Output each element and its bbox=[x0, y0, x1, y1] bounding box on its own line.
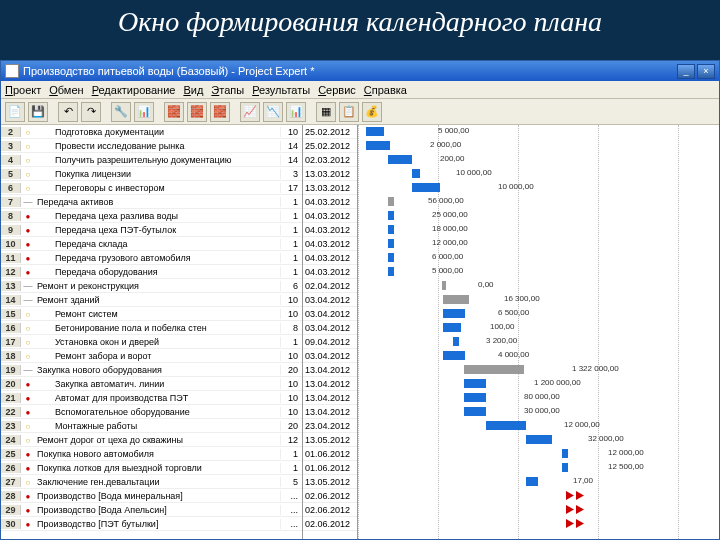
table-row[interactable]: 4○Получить разрешительную документацию14 bbox=[1, 153, 302, 167]
menu-item[interactable]: Редактирование bbox=[92, 84, 176, 96]
toolbar-button[interactable]: ↶ bbox=[58, 102, 78, 122]
task-date: 25.02.2012 bbox=[303, 141, 353, 151]
table-row[interactable]: 2○Подготовка документации10 bbox=[1, 125, 302, 139]
menu-item[interactable]: Проект bbox=[5, 84, 41, 96]
gantt-bar[interactable] bbox=[562, 463, 568, 472]
gantt-bar[interactable] bbox=[388, 197, 394, 206]
gantt-bar[interactable] bbox=[464, 407, 486, 416]
toolbar-button[interactable]: ▦ bbox=[316, 102, 336, 122]
gantt-row: 80 000,00 bbox=[358, 391, 719, 405]
task-duration: 1 bbox=[280, 253, 302, 263]
toolbar-button[interactable]: 📄 bbox=[5, 102, 25, 122]
table-row[interactable]: 7—Передача активов1 bbox=[1, 195, 302, 209]
gantt-bar[interactable] bbox=[526, 477, 538, 486]
table-row[interactable]: 5○Покупка лицензии3 bbox=[1, 167, 302, 181]
table-row[interactable]: 14—Ремонт зданий10 bbox=[1, 293, 302, 307]
task-name: Передача оборудования bbox=[35, 267, 280, 277]
toolbar-button[interactable]: 🔧 bbox=[111, 102, 131, 122]
table-row[interactable]: 10●Передача склада1 bbox=[1, 237, 302, 251]
close-button[interactable]: × bbox=[697, 64, 715, 79]
row-bullet-icon: ○ bbox=[21, 323, 35, 333]
gantt-value-label: 100,00 bbox=[490, 322, 514, 331]
row-bullet-icon: ● bbox=[21, 519, 35, 529]
task-date: 03.04.2012 bbox=[303, 295, 353, 305]
table-row[interactable]: 18○Ремонт забора и ворот10 bbox=[1, 349, 302, 363]
table-row[interactable]: 30●Производство [ПЭТ бутылки]... bbox=[1, 517, 302, 531]
table-row[interactable]: 28●Производство [Вода минеральная]... bbox=[1, 489, 302, 503]
table-row[interactable]: 6○Переговоры с инвестором17 bbox=[1, 181, 302, 195]
gantt-row: 32 000,00 bbox=[358, 433, 719, 447]
table-row[interactable]: 26●Покупка лотков для выездной торговли1 bbox=[1, 461, 302, 475]
table-row[interactable]: 16○Бетонирование пола и побелка стен8 bbox=[1, 321, 302, 335]
task-date: 09.04.2012 bbox=[303, 337, 353, 347]
table-row[interactable]: 13—Ремонт и реконструкция6 bbox=[1, 279, 302, 293]
toolbar-button[interactable]: 📊 bbox=[286, 102, 306, 122]
table-row[interactable]: 20●Закупка автоматич. линии10 bbox=[1, 377, 302, 391]
minimize-button[interactable]: _ bbox=[677, 64, 695, 79]
toolbar-button[interactable]: 📈 bbox=[240, 102, 260, 122]
menu-item[interactable]: Справка bbox=[364, 84, 407, 96]
gantt-row: 30 000,00 bbox=[358, 405, 719, 419]
table-row[interactable]: 17○Установка окон и дверей1 bbox=[1, 335, 302, 349]
table-row[interactable]: 24○Ремонт дорог от цеха до скважины12 bbox=[1, 433, 302, 447]
menu-item[interactable]: Результаты bbox=[252, 84, 310, 96]
gantt-bar[interactable] bbox=[388, 267, 394, 276]
gantt-bar[interactable] bbox=[486, 421, 526, 430]
gantt-bar[interactable] bbox=[443, 295, 469, 304]
table-row[interactable]: 25●Покупка нового автомобиля1 bbox=[1, 447, 302, 461]
table-row[interactable]: 3○Провести исследование рынка14 bbox=[1, 139, 302, 153]
gantt-bar[interactable] bbox=[412, 183, 440, 192]
table-row[interactable]: 19—Закупка нового оборудования20 bbox=[1, 363, 302, 377]
gantt-bar[interactable] bbox=[366, 141, 390, 150]
table-row[interactable]: 12●Передача оборудования1 bbox=[1, 265, 302, 279]
gantt-bar[interactable] bbox=[443, 309, 465, 318]
table-row[interactable]: 9●Передача цеха ПЭТ-бутылок1 bbox=[1, 223, 302, 237]
gantt-bar[interactable] bbox=[453, 337, 459, 346]
toolbar-button[interactable]: ↷ bbox=[81, 102, 101, 122]
gantt-bar[interactable] bbox=[388, 225, 394, 234]
table-row[interactable]: 21●Автомат для производства ПЭТ10 bbox=[1, 391, 302, 405]
task-date: 04.03.2012 bbox=[303, 197, 353, 207]
gantt-bar[interactable] bbox=[388, 211, 394, 220]
toolbar-button[interactable]: 📊 bbox=[134, 102, 154, 122]
table-row[interactable]: 22●Вспомогательное оборудование10 bbox=[1, 405, 302, 419]
menu-item[interactable]: Вид bbox=[183, 84, 203, 96]
table-row[interactable]: 8●Передача цеха разлива воды1 bbox=[1, 209, 302, 223]
gantt-bar[interactable] bbox=[562, 449, 568, 458]
row-number: 14 bbox=[1, 295, 21, 305]
menu-item[interactable]: Этапы bbox=[211, 84, 244, 96]
table-row[interactable]: 11●Передача грузового автомобиля1 bbox=[1, 251, 302, 265]
toolbar-button[interactable]: 💰 bbox=[362, 102, 382, 122]
gantt-bar[interactable] bbox=[366, 127, 384, 136]
table-row[interactable]: 15○Ремонт систем10 bbox=[1, 307, 302, 321]
table-row[interactable]: 29●Производство [Вода Апельсин]... bbox=[1, 503, 302, 517]
toolbar-button[interactable]: 🧱 bbox=[210, 102, 230, 122]
toolbar-button[interactable]: 📉 bbox=[263, 102, 283, 122]
gantt-bar[interactable] bbox=[412, 169, 420, 178]
menu-item[interactable]: Обмен bbox=[49, 84, 83, 96]
task-duration: 8 bbox=[280, 323, 302, 333]
toolbar-button[interactable]: 🧱 bbox=[187, 102, 207, 122]
row-number: 22 bbox=[1, 407, 21, 417]
table-row[interactable]: 27○Заключение ген.девальтации5 bbox=[1, 475, 302, 489]
app-window: Производство питьевой воды (Базовый) - P… bbox=[0, 60, 720, 540]
table-row[interactable]: 23○Монтажные работы20 bbox=[1, 419, 302, 433]
gantt-bar[interactable] bbox=[464, 393, 486, 402]
toolbar-button[interactable]: 💾 bbox=[28, 102, 48, 122]
row-bullet-icon: — bbox=[21, 281, 35, 291]
gantt-chart[interactable]: 5 000,002 000,00200,0010 000,0010 000,00… bbox=[358, 125, 719, 539]
gantt-bar[interactable] bbox=[464, 379, 486, 388]
row-bullet-icon: — bbox=[21, 295, 35, 305]
gantt-bar[interactable] bbox=[443, 323, 461, 332]
row-bullet-icon: ○ bbox=[21, 183, 35, 193]
toolbar-button[interactable]: 📋 bbox=[339, 102, 359, 122]
gantt-bar[interactable] bbox=[442, 281, 446, 290]
menu-item[interactable]: Сервис bbox=[318, 84, 356, 96]
gantt-bar[interactable] bbox=[464, 365, 524, 374]
toolbar-button[interactable]: 🧱 bbox=[164, 102, 184, 122]
gantt-bar[interactable] bbox=[526, 435, 552, 444]
gantt-bar[interactable] bbox=[388, 239, 394, 248]
gantt-bar[interactable] bbox=[388, 155, 412, 164]
gantt-bar[interactable] bbox=[443, 351, 465, 360]
gantt-bar[interactable] bbox=[388, 253, 394, 262]
